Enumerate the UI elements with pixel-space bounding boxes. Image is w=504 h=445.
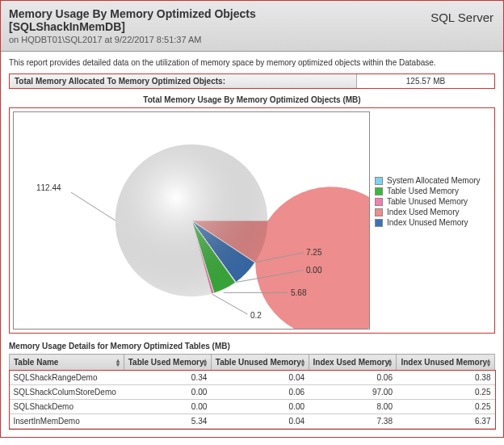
- legend-item: Table Used Memory: [375, 187, 488, 195]
- cell-ium: 0.06: [309, 371, 397, 385]
- table-row: InsertInMemDemo 5.34 0.04 7.38 6.37: [10, 414, 495, 429]
- col-label: Index Unused Memory: [401, 358, 487, 367]
- chart-legend: System Allocated Memory Table Used Memor…: [370, 111, 491, 330]
- cell-tum: 5.34: [124, 414, 211, 429]
- cell-iun: 6.37: [397, 414, 495, 429]
- report-title-line1: Memory Usage By Memory Optimized Objects: [9, 7, 495, 20]
- pie-label-table-unused: 0.2: [250, 311, 262, 320]
- cell-tun: 0.06: [211, 385, 309, 400]
- legend-label: Table Used Memory: [387, 187, 459, 195]
- svg-point-0: [116, 145, 268, 297]
- legend-label: Index Used Memory: [387, 208, 459, 216]
- cell-name: SQLShackColumStoreDemo: [10, 385, 124, 400]
- table-row: SQLShackColumStoreDemo 0.00 0.06 97.00 0…: [10, 385, 495, 400]
- report-intro: This report provides detailed data on th…: [1, 52, 503, 70]
- total-allocated-label: Total Memory Allocated To Memory Optimiz…: [10, 74, 357, 88]
- table-row: SQLShackDemo 0.00 0.00 8.00 0.25: [10, 400, 495, 414]
- cell-iun: 0.25: [397, 400, 495, 414]
- legend-swatch-icon: [375, 208, 383, 216]
- cell-tun: 0.04: [211, 371, 309, 385]
- legend-label: System Allocated Memory: [387, 176, 481, 185]
- col-table-name[interactable]: Table Name ▴▾: [10, 355, 124, 371]
- col-table-unused[interactable]: Table Unused Memory ▴▾: [211, 355, 309, 371]
- sort-icon[interactable]: ▴▾: [487, 359, 490, 367]
- details-table: Table Name ▴▾ Table Used Memory ▴▾ Table…: [9, 354, 495, 429]
- table-row: SQLShackRangeDemo 0.34 0.04 0.06 0.38: [10, 371, 495, 385]
- col-table-used[interactable]: Table Used Memory ▴▾: [124, 355, 211, 371]
- chart-title: Total Memory Usage By Memory Optimized O…: [1, 95, 503, 104]
- legend-item: Index Unused Memory: [375, 218, 488, 227]
- legend-swatch-icon: [375, 198, 383, 206]
- col-label: Table Used Memory: [128, 358, 204, 367]
- cell-ium: 97.00: [309, 385, 397, 400]
- col-label: Table Name: [14, 358, 58, 367]
- col-label: Table Unused Memory: [216, 358, 301, 367]
- sort-icon[interactable]: ▴▾: [388, 359, 392, 367]
- legend-swatch-icon: [375, 177, 383, 185]
- cell-iun: 0.25: [397, 385, 495, 400]
- sort-icon[interactable]: ▴▾: [301, 359, 304, 367]
- total-allocated-value: 125.57 MB: [357, 74, 494, 88]
- legend-item: Index Used Memory: [375, 208, 488, 216]
- cell-tun: 0.00: [211, 400, 309, 414]
- sort-icon[interactable]: ▴▾: [116, 359, 120, 367]
- cell-name: SQLShackDemo: [10, 400, 124, 414]
- col-index-used[interactable]: Index Used Memory ▴▾: [309, 355, 397, 371]
- cell-name: SQLShackRangeDemo: [10, 371, 124, 385]
- total-allocated-box: Total Memory Allocated To Memory Optimiz…: [9, 73, 495, 89]
- chart-container: 112.44 7.25 0.00 5.68 0.2 System Allocat…: [9, 107, 495, 334]
- pie-label-system: 0.00: [306, 266, 321, 275]
- pie-label-index-unused: 7.25: [306, 248, 321, 257]
- report-header: Memory Usage By Memory Optimized Objects…: [1, 1, 503, 52]
- cell-tum: 0.00: [124, 400, 211, 414]
- details-title: Memory Usage Details for Memory Optimize…: [9, 342, 495, 351]
- col-index-unused[interactable]: Index Unused Memory ▴▾: [397, 355, 495, 371]
- legend-label: Table Unused Memory: [387, 197, 468, 206]
- svg-line-1: [71, 192, 116, 220]
- sort-icon[interactable]: ▴▾: [204, 359, 207, 367]
- legend-swatch-icon: [375, 187, 383, 195]
- col-label: Index Used Memory: [313, 358, 389, 367]
- report-subtitle: on HQDBT01\SQL2017 at 9/22/2017 8:51:37 …: [9, 35, 495, 44]
- cell-iun: 0.38: [397, 371, 495, 385]
- legend-swatch-icon: [375, 219, 383, 227]
- pie-label-index-used: 112.44: [36, 183, 61, 192]
- cell-tum: 0.34: [124, 371, 211, 385]
- svg-line-5: [212, 294, 248, 314]
- cell-ium: 8.00: [309, 400, 397, 414]
- legend-label: Index Unused Memory: [387, 218, 468, 227]
- cell-tum: 0.00: [124, 385, 211, 400]
- report-title-line2: [SQLShackInMemDB]: [9, 20, 495, 33]
- pie-label-table-used: 5.68: [291, 288, 306, 297]
- cell-tun: 0.04: [211, 414, 309, 429]
- brand-label: SQL Server: [430, 10, 494, 24]
- legend-item: System Allocated Memory: [375, 176, 488, 185]
- cell-ium: 7.38: [309, 414, 397, 429]
- cell-name: InsertInMemDemo: [10, 414, 124, 429]
- legend-item: Table Unused Memory: [375, 197, 488, 206]
- pie-chart: 112.44 7.25 0.00 5.68 0.2: [13, 111, 370, 330]
